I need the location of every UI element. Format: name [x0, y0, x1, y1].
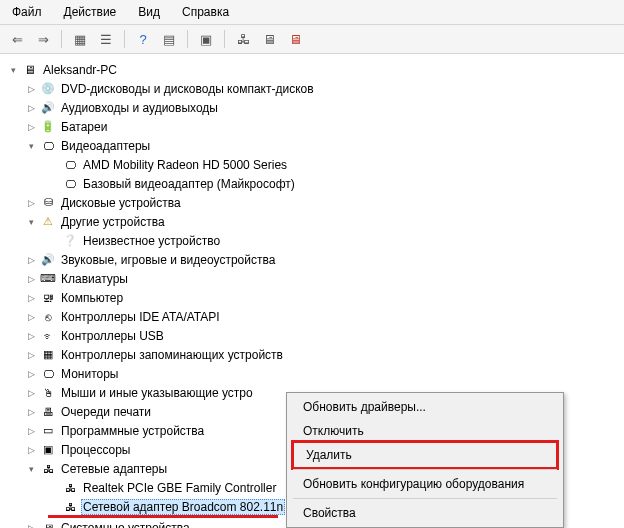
tree-video-basic[interactable]: Базовый видеоадаптер (Майкрософт)	[4, 174, 620, 193]
toolbar: ⇐ ⇒ ▦ ☰ ? ▤ ▣ 🖧 🖥 🖥	[0, 25, 624, 54]
usb-icon	[40, 328, 56, 344]
toolbar-btn-1[interactable]: ▦	[69, 28, 91, 50]
toolbar-separator	[187, 30, 188, 48]
display-icon	[40, 138, 56, 154]
unknown-icon	[62, 233, 78, 249]
expand-icon[interactable]: ▷	[26, 254, 37, 265]
toolbar-btn-3[interactable]: ▤	[158, 28, 180, 50]
expand-icon[interactable]: ▷	[26, 349, 37, 360]
sound-icon	[40, 252, 56, 268]
system-icon	[40, 520, 56, 529]
uninstall-button[interactable]: 🖥	[284, 28, 306, 50]
toolbar-separator	[124, 30, 125, 48]
collapse-icon[interactable]: ▾	[26, 463, 37, 474]
expand-icon[interactable]: ▷	[26, 387, 37, 398]
disk-icon	[40, 195, 56, 211]
toolbar-btn-2[interactable]: ☰	[95, 28, 117, 50]
help-button[interactable]: ?	[132, 28, 154, 50]
ide-icon	[40, 309, 56, 325]
expand-icon[interactable]: ▷	[26, 330, 37, 341]
toolbar-btn-5[interactable]: 🖥	[258, 28, 280, 50]
menu-help[interactable]: Справка	[178, 3, 233, 21]
computer-icon	[22, 62, 38, 78]
spacer-icon	[48, 482, 59, 493]
cd-icon	[40, 81, 56, 97]
collapse-icon[interactable]: ▾	[26, 140, 37, 151]
device-tree: ▾ Aleksandr-PC ▷ DVD-дисководы и дисково…	[0, 54, 624, 528]
cm-separator	[293, 498, 557, 499]
toolbar-separator	[224, 30, 225, 48]
display-icon	[62, 157, 78, 173]
tree-usb[interactable]: ▷ Контроллеры USB	[4, 326, 620, 345]
tree-audio[interactable]: ▷ Аудиовходы и аудиовыходы	[4, 98, 620, 117]
tree-unknown[interactable]: Неизвестное устройство	[4, 231, 620, 250]
cm-delete[interactable]: Удалить	[291, 440, 559, 470]
spacer-icon	[48, 178, 59, 189]
computer-icon	[40, 290, 56, 306]
tree-dvd[interactable]: ▷ DVD-дисководы и дисководы компакт-диск…	[4, 79, 620, 98]
storage-icon	[40, 347, 56, 363]
expand-icon[interactable]: ▷	[26, 273, 37, 284]
scan-hw-button[interactable]: 🖧	[232, 28, 254, 50]
expand-icon[interactable]: ▷	[26, 292, 37, 303]
cm-properties[interactable]: Свойства	[289, 501, 561, 525]
toolbar-btn-4[interactable]: ▣	[195, 28, 217, 50]
printer-icon	[40, 404, 56, 420]
tree-battery[interactable]: ▷ Батареи	[4, 117, 620, 136]
warning-icon	[40, 214, 56, 230]
expand-icon[interactable]: ▷	[26, 425, 37, 436]
tree-ide[interactable]: ▷ Контроллеры IDE ATA/ATAPI	[4, 307, 620, 326]
tree-monitors[interactable]: ▷ Мониторы	[4, 364, 620, 383]
menubar: Файл Действие Вид Справка	[0, 0, 624, 25]
display-icon	[62, 176, 78, 192]
spacer-icon	[48, 501, 59, 512]
menu-action[interactable]: Действие	[60, 3, 121, 21]
expand-icon[interactable]: ▷	[26, 197, 37, 208]
expand-icon[interactable]: ▷	[26, 522, 37, 528]
context-menu: Обновить драйверы... Отключить Удалить О…	[286, 392, 564, 528]
cpu-icon	[40, 442, 56, 458]
expand-icon[interactable]: ▷	[26, 368, 37, 379]
tree-video-amd[interactable]: AMD Mobility Radeon HD 5000 Series	[4, 155, 620, 174]
tree-sound[interactable]: ▷ Звуковые, игровые и видеоустройства	[4, 250, 620, 269]
expand-icon[interactable]: ▷	[26, 406, 37, 417]
expand-icon[interactable]: ▷	[26, 102, 37, 113]
forward-button[interactable]: ⇒	[32, 28, 54, 50]
spacer-icon	[48, 235, 59, 246]
tree-root[interactable]: ▾ Aleksandr-PC	[4, 60, 620, 79]
back-button[interactable]: ⇐	[6, 28, 28, 50]
network-icon	[62, 480, 78, 496]
expand-icon[interactable]: ▷	[26, 83, 37, 94]
tree-computer[interactable]: ▷ Компьютер	[4, 288, 620, 307]
mouse-icon	[40, 385, 56, 401]
tree-keyboard[interactable]: ▷ Клавиатуры	[4, 269, 620, 288]
network-icon	[62, 499, 78, 515]
cm-separator	[293, 469, 557, 470]
tree-video[interactable]: ▾ Видеоадаптеры	[4, 136, 620, 155]
battery-icon	[40, 119, 56, 135]
tree-disk[interactable]: ▷ Дисковые устройства	[4, 193, 620, 212]
keyboard-icon	[40, 271, 56, 287]
spacer-icon	[48, 159, 59, 170]
expand-icon[interactable]: ▷	[26, 444, 37, 455]
sound-icon	[40, 100, 56, 116]
menu-view[interactable]: Вид	[134, 3, 164, 21]
tree-storage[interactable]: ▷ Контроллеры запоминающих устройств	[4, 345, 620, 364]
monitor-icon	[40, 366, 56, 382]
expand-icon[interactable]: ▷	[26, 121, 37, 132]
menu-file[interactable]: Файл	[8, 3, 46, 21]
cm-update-drivers[interactable]: Обновить драйверы...	[289, 395, 561, 419]
network-icon	[40, 461, 56, 477]
collapse-icon[interactable]: ▾	[8, 64, 19, 75]
collapse-icon[interactable]: ▾	[26, 216, 37, 227]
tree-other[interactable]: ▾ Другие устройства	[4, 212, 620, 231]
expand-icon[interactable]: ▷	[26, 311, 37, 322]
cm-scan-hw[interactable]: Обновить конфигурацию оборудования	[289, 472, 561, 496]
toolbar-separator	[61, 30, 62, 48]
app-icon	[40, 423, 56, 439]
